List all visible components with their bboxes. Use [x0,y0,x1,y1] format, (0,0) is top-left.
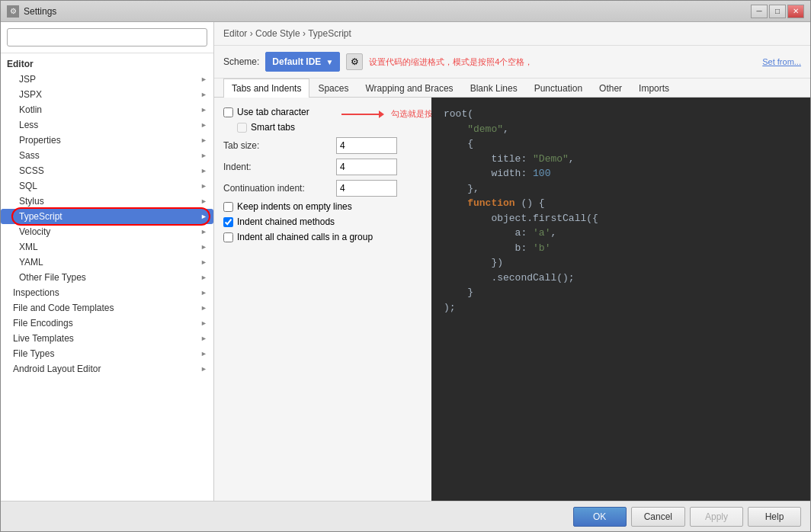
title-bar-buttons: ─ □ ✕ [751,5,804,18]
apply-button[interactable]: Apply [690,507,743,527]
sidebar-item-editor[interactable]: Editor [1,56,213,72]
arrow-icon: ► [200,258,207,266]
sidebar: Editor JSP ► JSPX ► Kotlin ► Less ► [1,22,214,501]
sidebar-item-properties[interactable]: Properties ► [1,133,213,148]
tab-imports[interactable]: Imports [630,79,678,98]
sidebar-item-inspections[interactable]: Inspections ► [1,285,213,300]
main-panel: Editor › Code Style › TypeScript Scheme:… [214,22,810,501]
title-bar: ⚙ Settings ─ □ ✕ [1,1,810,22]
indent-label: Indent: [223,162,330,172]
sidebar-item-live-templates[interactable]: Live Templates ► [1,331,213,346]
code-preview: root( "demo", { title: "Demo", width: 10… [431,98,810,501]
sidebar-item-sass[interactable]: Sass ► [1,148,213,163]
arrow-icon: ► [200,365,207,373]
sidebar-item-other-file-types[interactable]: Other File Types ► [1,270,213,285]
arrow-icon: ► [200,350,207,357]
indent-row: Indent: [223,159,422,175]
sidebar-item-jsp[interactable]: JSP ► [1,72,213,87]
sidebar-item-sql[interactable]: SQL ► [1,178,213,194]
bottom-bar: OK Cancel Apply Help [1,501,810,531]
scheme-dropdown[interactable]: Default IDE ▼ [265,52,340,72]
gear-button[interactable]: ⚙ [346,53,363,70]
annotation-text-1: 设置代码的缩进格式，模式是按照4个空格， [369,56,533,68]
keep-indents-checkbox[interactable] [223,202,233,212]
keep-indents-row: Keep indents on empty lines [223,201,422,212]
arrow-icon: ► [200,304,207,312]
tab-other[interactable]: Other [591,79,630,98]
search-box [1,22,213,53]
arrow-icon: ► [200,167,207,175]
sidebar-tree: Editor JSP ► JSPX ► Kotlin ► Less ► [1,53,213,501]
tab-size-input[interactable] [336,137,397,154]
sidebar-item-yaml[interactable]: YAML ► [1,255,213,270]
settings-body: Use tab character 勾选就是按照tab缩进行符格式 Smart … [214,98,810,501]
sidebar-item-less[interactable]: Less ► [1,117,213,133]
tab-punctuation[interactable]: Punctuation [526,79,591,98]
sidebar-item-file-encodings[interactable]: File Encodings ► [1,316,213,331]
keep-indents-label: Keep indents on empty lines [237,201,352,212]
indent-input[interactable] [336,159,397,175]
arrow-icon: ► [200,136,207,144]
use-tab-character-checkbox[interactable] [223,107,233,117]
continuation-indent-label: Continuation indent: [223,183,330,194]
help-button[interactable]: Help [748,507,801,527]
window-title: Settings [24,6,751,17]
arrow-icon: ► [200,243,207,251]
continuation-indent-row: Continuation indent: [223,180,422,197]
arrow-icon: ► [200,75,207,83]
scheme-bar: Scheme: Default IDE ▼ ⚙ 设置代码的缩进格式，模式是按照4… [214,46,810,79]
sidebar-item-velocity[interactable]: Velocity ► [1,224,213,239]
use-tab-character-row: Use tab character [223,107,422,117]
sidebar-item-file-code-templates[interactable]: File and Code Templates ► [1,300,213,316]
set-from-link[interactable]: Set from... [762,57,801,66]
sidebar-item-kotlin[interactable]: Kotlin ► [1,102,213,117]
tab-spaces[interactable]: Spaces [309,79,357,98]
sidebar-item-file-types[interactable]: File Types ► [1,346,213,361]
arrow-icon: ► [200,289,207,296]
indent-chained-label: Indent chained methods [237,216,335,227]
tab-size-label: Tab size: [223,140,330,151]
use-tab-label: Use tab character [237,107,309,117]
minimize-button[interactable]: ─ [751,5,768,18]
content-area: Editor JSP ► JSPX ► Kotlin ► Less ► [1,22,810,501]
maximize-button[interactable]: □ [769,5,786,18]
tab-tabs-and-indents[interactable]: Tabs and Indents [223,79,309,98]
arrow-icon: ► [200,319,207,327]
continuation-indent-input[interactable] [336,180,397,197]
indent-all-label: Indent all chained calls in a group [237,232,373,242]
ok-button[interactable]: OK [573,507,627,527]
close-button[interactable]: ✕ [787,5,804,18]
smart-tabs-row: Smart tabs [237,122,422,133]
window-icon: ⚙ [7,5,19,18]
arrow-icon: ► [200,335,207,342]
smart-tabs-label: Smart tabs [251,122,295,133]
arrow-icon: ► [200,91,207,98]
arrow-icon: ► [200,152,207,159]
arrow-icon: ► [200,182,207,190]
breadcrumb: Editor › Code Style › TypeScript [214,22,810,46]
settings-window: ⚙ Settings ─ □ ✕ Editor JSP ► [0,0,811,532]
indent-all-chained-row: Indent all chained calls in a group [223,232,422,242]
search-input[interactable] [7,28,207,46]
sidebar-item-stylus[interactable]: Stylus ► [1,194,213,209]
arrow-icon: ► [200,106,207,114]
settings-options: Use tab character 勾选就是按照tab缩进行符格式 Smart … [214,98,431,501]
tab-blank-lines[interactable]: Blank Lines [462,79,526,98]
sidebar-item-android-layout-editor[interactable]: Android Layout Editor ► [1,361,213,377]
arrow-icon: ► [200,197,207,205]
indent-all-chained-checkbox[interactable] [223,232,233,242]
tab-wrapping-and-braces[interactable]: Wrapping and Braces [357,79,461,98]
sidebar-item-jspx[interactable]: JSPX ► [1,87,213,102]
scheme-label: Scheme: [223,56,259,67]
arrow-icon: ► [200,228,207,236]
smart-tabs-checkbox[interactable] [237,123,247,133]
tab-size-row: Tab size: [223,137,422,154]
tabs-bar: Tabs and Indents Spaces Wrapping and Bra… [214,79,810,98]
sidebar-item-typescript[interactable]: TypeScript ► [1,209,213,224]
sidebar-item-xml[interactable]: XML ► [1,239,213,255]
indent-chained-row: Indent chained methods [223,216,422,227]
indent-chained-checkbox[interactable] [223,217,233,227]
sidebar-item-scss[interactable]: SCSS ► [1,163,213,178]
arrow-icon: ► [200,121,207,129]
cancel-button[interactable]: Cancel [631,507,685,527]
